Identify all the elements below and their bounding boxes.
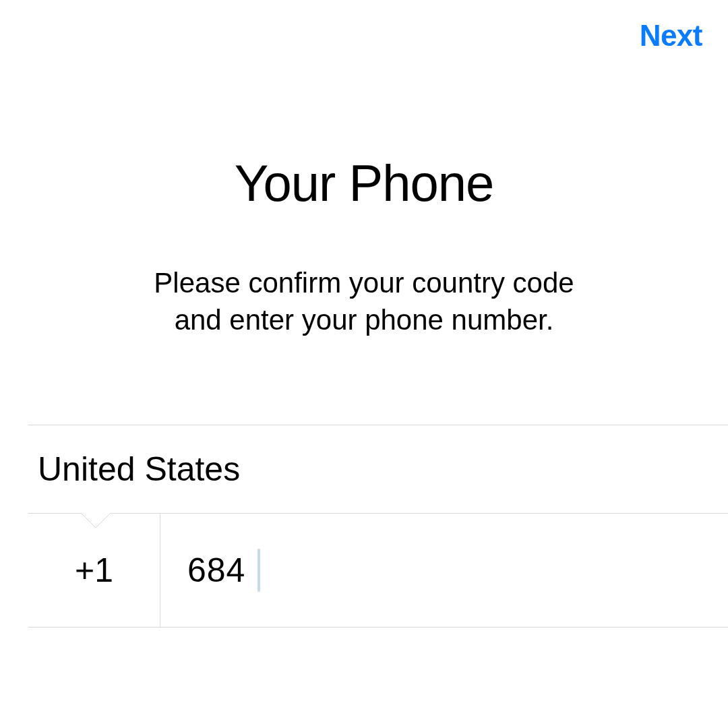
phone-number-input[interactable] bbox=[160, 514, 728, 627]
next-button[interactable]: Next bbox=[640, 19, 702, 53]
subtitle-line-1: Please confirm your country code bbox=[154, 267, 574, 299]
country-code-field[interactable]: +1 bbox=[28, 514, 160, 627]
country-name-label: United States bbox=[38, 450, 240, 489]
page-title: Your Phone bbox=[27, 154, 701, 212]
page-subtitle: Please confirm your country code and ent… bbox=[27, 265, 701, 338]
phone-form: United States +1 bbox=[0, 425, 728, 628]
phone-input-row: +1 bbox=[28, 513, 728, 628]
header-section: Your Phone Please confirm your country c… bbox=[0, 154, 728, 338]
country-selector[interactable]: United States bbox=[0, 425, 728, 513]
subtitle-line-2: and enter your phone number. bbox=[175, 304, 554, 336]
nav-bar: Next bbox=[0, 0, 728, 53]
